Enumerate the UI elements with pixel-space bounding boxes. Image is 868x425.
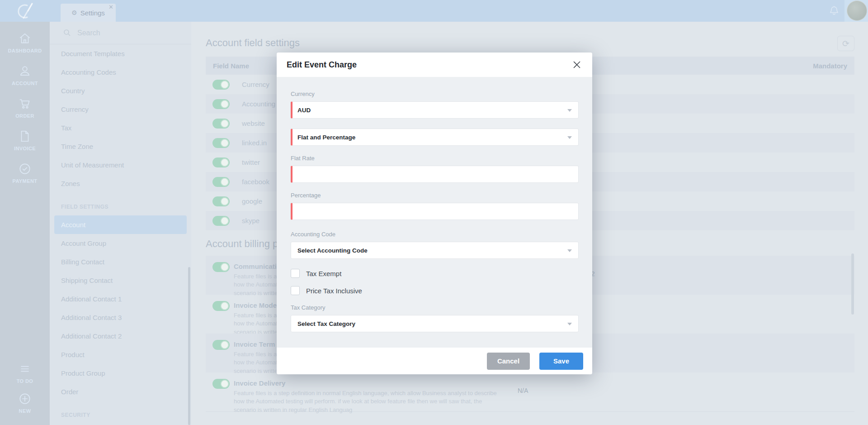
setnav-item-document-templates[interactable]: Document Templates (50, 44, 191, 63)
percentage-input[interactable] (291, 203, 579, 220)
setnav-item-billing-contact[interactable]: Billing Contact (50, 253, 191, 271)
toggle-knob (221, 81, 229, 89)
setnav-item-account[interactable]: Account (54, 215, 187, 234)
toggle-invoice-delivery[interactable] (212, 379, 230, 389)
row-label: Invoice Mode (234, 301, 277, 309)
main-scrollbar[interactable] (851, 253, 854, 315)
flat-rate-input[interactable] (291, 166, 579, 183)
toggle-currency[interactable] (212, 80, 230, 90)
toggle-knob (221, 178, 229, 186)
toggle-knob (221, 302, 229, 310)
toggle-facebook[interactable] (212, 177, 230, 187)
tab-close-icon[interactable]: ✕ (108, 4, 113, 10)
sidebar-item-label: NEW (19, 408, 31, 414)
setnav-item-zones[interactable]: Zones (50, 174, 191, 193)
modal-footer: Cancel Save (277, 348, 592, 374)
sidebar-item-label: DASHBOARD (8, 48, 42, 53)
row-value: N/A (518, 387, 528, 394)
search-placeholder: Search (77, 29, 100, 37)
toggle-invoice-mode[interactable] (212, 301, 230, 311)
sidebar-item-payment[interactable]: PAYMENT (0, 162, 50, 184)
tax-exempt-checkbox[interactable] (291, 269, 300, 278)
setnav-item-account-group[interactable]: Account Group (50, 234, 191, 253)
sidebar-item-label: INVOICE (14, 146, 36, 151)
toggle-website[interactable] (212, 119, 230, 129)
charge-type-select[interactable]: Flat and Percentage (291, 129, 579, 146)
setnav-item-additional-contact-2[interactable]: Additional Contact 2 (50, 327, 191, 345)
settings-nav-scrollbar[interactable] (188, 267, 190, 425)
cancel-button[interactable]: Cancel (487, 353, 530, 370)
sidebar-item-invoice[interactable]: INVOICE (0, 129, 50, 151)
toggle-knob (221, 139, 229, 147)
sidebar-item-order[interactable]: ORDER (0, 97, 50, 119)
setnav-item-additional-contact-3[interactable]: Additional Contact 3 (50, 308, 191, 327)
refresh-icon: ⟳ (842, 38, 849, 48)
refresh-button[interactable]: ⟳ (837, 36, 854, 51)
toggle-knob (221, 380, 229, 388)
user-icon (18, 64, 32, 78)
toggle-accounting-code[interactable] (212, 99, 230, 109)
price-tax-inclusive-option[interactable]: Price Tax Inclusive (291, 286, 579, 295)
currency-select[interactable]: AUD (291, 101, 579, 119)
setnav-item-additional-contact-1[interactable]: Additional Contact 1 (50, 290, 191, 308)
modal-body: Currency AUD Flat and Percentage Flat Ra… (277, 77, 592, 332)
price-tax-inclusive-checkbox[interactable] (291, 286, 300, 295)
search-input[interactable]: Search (50, 22, 191, 44)
bell-icon[interactable] (828, 5, 840, 17)
modal-title: Edit Event Charge (287, 60, 357, 70)
check-circle-icon (18, 162, 32, 176)
file-icon (18, 129, 32, 143)
sidebar-item-todo[interactable]: TO DO (0, 362, 50, 384)
setnav-item-country[interactable]: Country (50, 81, 191, 100)
setnav-item-tax[interactable]: Tax (50, 119, 191, 137)
toggle-communication[interactable] (212, 262, 230, 272)
setnav-item-order[interactable]: Order (50, 382, 191, 401)
toggle-invoice-term[interactable] (212, 340, 230, 350)
setnav-item-accounting-codes[interactable]: Accounting Codes (50, 63, 191, 81)
close-icon[interactable] (572, 60, 581, 69)
row-label: facebook (242, 178, 269, 186)
toggle-knob (221, 217, 229, 225)
sidebar-item-account[interactable]: ACCOUNT (0, 64, 50, 86)
setnav-section-security: SECURITY (50, 401, 191, 424)
setnav-item-product-group[interactable]: Product Group (50, 364, 191, 382)
accounting-code-select[interactable]: Select Accounting Code (291, 242, 579, 259)
toggle-google[interactable] (212, 196, 230, 206)
topbar: ⚙ Settings ✕ (0, 0, 868, 22)
flat-rate-label: Flat Rate (291, 155, 579, 162)
setnav-item-product[interactable]: Product (50, 345, 191, 364)
tab-settings[interactable]: ⚙ Settings ✕ (61, 4, 116, 22)
page-title: Account field settings (206, 37, 300, 49)
chevron-down-icon (567, 323, 572, 325)
row-label: Invoice Term (234, 340, 275, 348)
column-field-name: Field Name (213, 62, 249, 70)
cart-icon (18, 97, 32, 110)
toggle-knob (221, 100, 229, 108)
setnav-item-time-zone[interactable]: Time Zone (50, 137, 191, 156)
row-label: google (242, 197, 262, 205)
setnav-item-currency[interactable]: Currency (50, 100, 191, 119)
brand-logo-icon (11, 1, 36, 21)
toggle-twitter[interactable] (212, 158, 230, 167)
setnav-section-field-settings: FIELD SETTINGS (50, 193, 191, 215)
sidebar-item-dashboard[interactable]: DASHBOARD (0, 32, 50, 53)
sidebar-item-label: ACCOUNT (12, 81, 38, 86)
tax-category-select[interactable]: Select Tax Category (291, 315, 579, 332)
toggle-knob (221, 341, 229, 349)
avatar[interactable] (847, 0, 867, 21)
row-label: website (242, 119, 265, 127)
gear-icon: ⚙ (71, 9, 77, 16)
sidebar-item-label: TO DO (17, 378, 33, 384)
list-icon (18, 362, 32, 376)
save-button[interactable]: Save (539, 353, 583, 370)
tax-exempt-option[interactable]: Tax Exempt (291, 269, 579, 278)
row-label: twitter (242, 158, 260, 166)
row-label: linked.in (242, 139, 267, 147)
setnav-item-shipping-contact[interactable]: Shipping Contact (50, 271, 191, 290)
sidebar-item-new[interactable]: NEW (0, 392, 50, 414)
setnav-item-unit-of-measurement[interactable]: Unit of Measurement (50, 156, 191, 174)
column-mandatory: Mandatory (813, 62, 847, 70)
toggle-linkedin[interactable] (212, 138, 230, 148)
toggle-skype[interactable] (212, 216, 230, 226)
search-icon (63, 29, 71, 37)
